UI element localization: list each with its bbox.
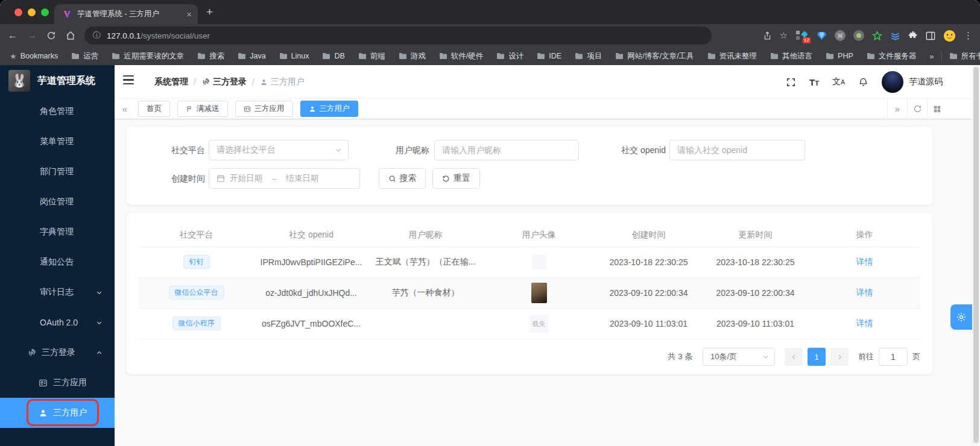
sidebar-item-social-user[interactable]: 三方用户 <box>0 398 115 428</box>
bookmark-folder-websites[interactable]: 网站/博客/文章/工具 <box>615 51 694 61</box>
bookmarks-label: Bookmarks <box>21 52 58 60</box>
site-info-icon[interactable]: ⓘ <box>93 30 101 41</box>
bookmark-folder-articles[interactable]: 近期需要读的文章 <box>112 51 184 61</box>
refresh-page-icon[interactable] <box>907 99 927 119</box>
notification-bell-icon[interactable] <box>858 77 868 87</box>
tag-tab-discount[interactable]: 满减送 <box>177 101 228 117</box>
extensions-puzzle-icon[interactable] <box>908 31 918 40</box>
minimize-window-button[interactable] <box>28 8 36 16</box>
sidebar: 🐰 芋道管理系统 角色管理 菜单管理 部门管理 岗位管理 字典管理 通知公告 审… <box>0 65 115 446</box>
platform-select[interactable]: 请选择社交平台 <box>209 140 349 160</box>
bookmark-folder-design[interactable]: 设计 <box>496 51 523 61</box>
browser-tab[interactable]: 芋道管理系统 - 三方用户 × <box>54 4 198 24</box>
bookmark-folder-frontend[interactable]: 前端 <box>358 51 385 61</box>
col-openid: 社交 openid <box>254 224 368 247</box>
share-icon[interactable] <box>763 31 772 41</box>
sidebar-toggle-icon[interactable] <box>123 75 134 84</box>
forward-icon[interactable]: → <box>27 30 37 41</box>
home-icon[interactable] <box>65 31 76 40</box>
tag-tab-social-user[interactable]: 三方用户 <box>300 101 358 117</box>
sidebar-item-oauth2[interactable]: OAuth 2.0 <box>0 307 115 338</box>
chevron-down-icon <box>762 353 770 360</box>
bookmark-folder-search[interactable]: 搜索 <box>197 51 224 61</box>
bookmark-folder-software[interactable]: 软件/硬件 <box>439 51 483 61</box>
tab-counter-extension-icon[interactable]: 12 <box>795 30 809 42</box>
breadcrumb-system-mgmt[interactable]: 系统管理 <box>154 77 188 87</box>
bookmark-folder-yunying[interactable]: 运营 <box>71 51 98 61</box>
bookmark-folder-projects[interactable]: 项目 <box>575 51 602 61</box>
back-icon[interactable]: ← <box>7 30 18 41</box>
zoom-window-button[interactable] <box>41 8 49 16</box>
sidebar-item-post-mgmt[interactable]: 岗位管理 <box>0 187 115 217</box>
updated-cell: 2023-10-18 22:30:25 <box>702 247 809 277</box>
profile-avatar-icon[interactable] <box>943 30 956 42</box>
reload-icon[interactable] <box>46 31 57 40</box>
font-size-icon[interactable]: TT <box>809 77 819 87</box>
layout-grid-icon[interactable] <box>927 99 947 119</box>
bookmark-folder-fileserver[interactable]: 文件服务器 <box>867 51 917 61</box>
sidebar-item-social-login[interactable]: 三方登录 <box>0 338 115 368</box>
tab-close-icon[interactable]: × <box>186 10 192 19</box>
prev-page-button[interactable] <box>785 348 803 366</box>
bookmark-folder-news[interactable]: 资讯未整理 <box>707 51 757 61</box>
search-button[interactable]: 搜索 <box>379 168 426 189</box>
gear-icon <box>956 312 967 322</box>
sidebar-item-dept-mgmt[interactable]: 部门管理 <box>0 157 115 187</box>
tags-scroll-right-icon[interactable]: » <box>887 99 907 119</box>
sidebar-item-audit-log[interactable]: 审计日志 <box>0 277 115 307</box>
bookmark-folder-games[interactable]: 游戏 <box>399 51 426 61</box>
user-avatar <box>882 71 903 93</box>
chevron-down-icon <box>335 146 342 154</box>
nickname-input[interactable] <box>435 140 578 160</box>
breadcrumb-social-login[interactable]: 三方登录 <box>201 77 247 87</box>
date-start-placeholder: 开始日期 <box>230 173 262 184</box>
next-page-button[interactable] <box>830 348 849 366</box>
bookmark-folder-php[interactable]: PHP <box>826 52 853 60</box>
bookmark-star-icon[interactable]: ☆ <box>780 30 788 41</box>
star-extension-icon[interactable] <box>872 31 882 41</box>
language-icon[interactable]: 文A <box>832 77 845 87</box>
recorder-extension-icon[interactable] <box>853 30 864 41</box>
tags-scroll-left-icon[interactable]: « <box>115 99 135 119</box>
browser-menu-icon[interactable]: ⋮ <box>964 30 973 41</box>
created-time-label: 创建时间 <box>162 168 205 189</box>
bookmark-folder-db[interactable]: DB <box>322 52 344 60</box>
new-tab-button[interactable]: + <box>206 6 213 17</box>
bookmarks-overflow-icon[interactable]: » <box>929 52 934 61</box>
detail-link[interactable]: 详情 <box>856 287 873 297</box>
date-range-picker[interactable]: 开始日期 – 结束日期 <box>209 168 360 189</box>
detail-link[interactable]: 详情 <box>856 257 873 266</box>
tag-tab-home[interactable]: 首页 <box>138 101 170 117</box>
reset-button[interactable]: 重置 <box>432 168 480 189</box>
close-window-button[interactable] <box>14 8 22 16</box>
detail-link[interactable]: 详情 <box>856 318 873 328</box>
bookmark-folder-linux[interactable]: Linux <box>279 52 309 60</box>
sidebar-item-dict-mgmt[interactable]: 字典管理 <box>0 217 115 247</box>
fullscreen-icon[interactable] <box>786 77 796 87</box>
gem-extension-icon[interactable] <box>817 31 827 40</box>
side-panel-icon[interactable] <box>926 31 935 40</box>
page-size-select[interactable]: 10条/页 <box>703 348 775 366</box>
bookmark-folder-java[interactable]: Java <box>238 52 265 60</box>
sidebar-item-menu-mgmt[interactable]: 菜单管理 <box>0 127 115 157</box>
openid-input[interactable] <box>670 140 805 160</box>
sidebar-item-notice[interactable]: 通知公告 <box>0 247 115 277</box>
layers-extension-icon[interactable] <box>890 31 900 40</box>
current-page-button[interactable]: 1 <box>808 348 826 366</box>
scrollbar-thumb[interactable] <box>973 67 979 443</box>
sidebar-item-role-mgmt[interactable]: 角色管理 <box>0 96 115 127</box>
sidebar-item-social-app[interactable]: 三方应用 <box>0 368 115 398</box>
app-logo-row[interactable]: 🐰 芋道管理系统 <box>0 65 115 96</box>
user-menu[interactable]: 芋道源码 <box>882 71 943 93</box>
settings-drawer-button[interactable] <box>950 304 972 330</box>
goto-page-input[interactable] <box>879 348 908 366</box>
bookmark-folder-ide[interactable]: IDE <box>537 52 561 60</box>
tag-tab-social-app[interactable]: 三方应用 <box>235 101 293 117</box>
all-bookmarks-folder[interactable]: 所有书签 <box>949 51 980 61</box>
command-extension-icon[interactable]: ⌘ <box>835 30 846 41</box>
bookmark-folder-languages[interactable]: 其他语言 <box>770 51 812 61</box>
url-bar[interactable]: ⓘ 127.0.0.1 /system/social/user <box>84 27 712 45</box>
platform-tag: 钉钉 <box>183 255 210 269</box>
bookmarks-manager[interactable]: ★ Bookmarks <box>10 52 58 61</box>
app-logo-rabbit-image: 🐰 <box>8 70 30 92</box>
